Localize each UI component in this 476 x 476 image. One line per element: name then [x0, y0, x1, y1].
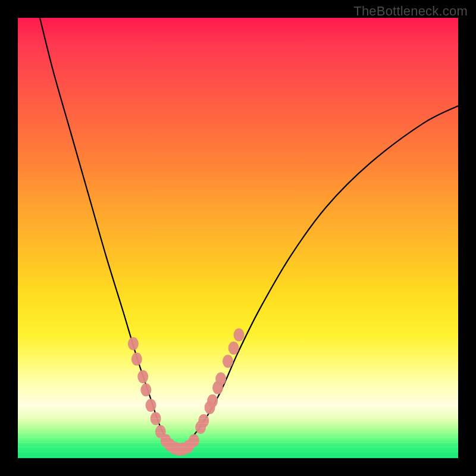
- marker-dot: [146, 399, 156, 412]
- marker-dot: [207, 394, 218, 408]
- marker-dot: [131, 353, 142, 366]
- marker-dot: [140, 383, 151, 396]
- marker-dot: [228, 342, 239, 355]
- chart-frame: TheBottleneck.com: [0, 0, 476, 476]
- plot-area: [18, 18, 458, 458]
- marker-dot: [137, 370, 148, 383]
- marker-dot: [151, 412, 161, 425]
- marker-dot: [189, 434, 199, 447]
- bottleneck-curve: [40, 18, 458, 450]
- curve-line: [40, 18, 458, 450]
- marker-dot: [198, 414, 209, 427]
- marker-dot: [215, 372, 226, 386]
- watermark-text: TheBottleneck.com: [353, 4, 468, 19]
- marker-dot: [223, 355, 233, 368]
- curve-svg: [18, 18, 458, 458]
- highlighted-points: [128, 328, 245, 456]
- marker-dot: [128, 337, 139, 350]
- marker-dot: [234, 328, 245, 342]
